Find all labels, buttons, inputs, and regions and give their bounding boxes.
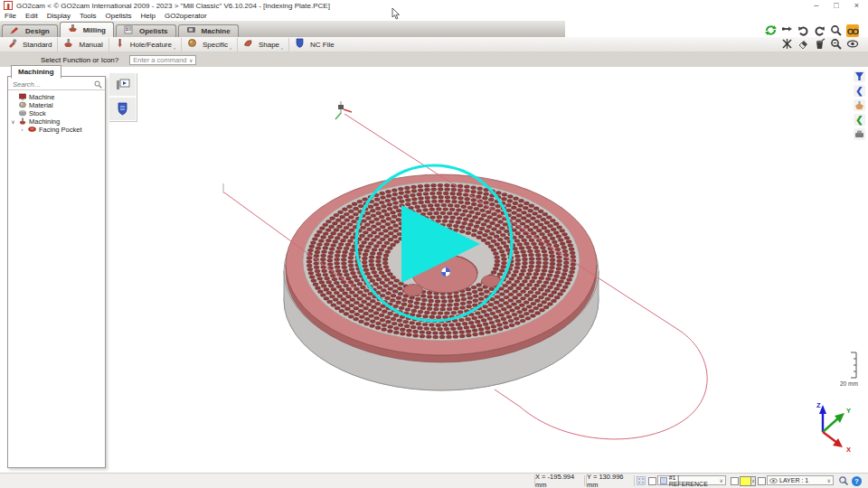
filter-funnel-icon[interactable] bbox=[854, 70, 865, 82]
manual-icon bbox=[63, 38, 76, 51]
expand-arrow-icon[interactable]: ∨ bbox=[10, 118, 16, 125]
zoom-icon[interactable] bbox=[830, 24, 843, 37]
layer-value: LAYER : 1 bbox=[779, 477, 808, 483]
specific-button[interactable]: Specific , bbox=[182, 38, 238, 52]
opelists-tab-icon bbox=[124, 25, 137, 38]
minimize-button[interactable]: – bbox=[814, 1, 818, 10]
standard-button[interactable]: Standard bbox=[2, 38, 58, 52]
tree-item-machining[interactable]: ∨ Machining bbox=[8, 117, 105, 125]
layer-eye-icon bbox=[769, 477, 778, 484]
window-title: GO2cam < © GO2cam International 2009 - 2… bbox=[16, 2, 330, 10]
hole-feature-button[interactable]: Hole/Feature , bbox=[109, 38, 182, 52]
zoom-element-icon[interactable] bbox=[830, 38, 843, 51]
go2views-glasses-icon[interactable] bbox=[846, 24, 859, 37]
tab-machine-label: Machine bbox=[202, 27, 231, 35]
standard-label: Standard bbox=[23, 41, 52, 49]
tree-item-facing-pocket-label: Facing Pocket bbox=[39, 126, 82, 134]
tree-item-material[interactable]: Material bbox=[8, 101, 105, 108]
tab-opelists[interactable]: Opelists bbox=[116, 24, 176, 37]
tree-item-machining-label: Machining bbox=[29, 117, 60, 126]
y-coordinate-value: Y = 130.996 mm bbox=[587, 473, 634, 488]
process-list-button[interactable] bbox=[108, 72, 137, 97]
machine-sim-icon[interactable] bbox=[854, 128, 865, 140]
tree-item-machine-label: Machine bbox=[29, 93, 54, 101]
search-input[interactable] bbox=[11, 80, 94, 89]
hole-feature-dropdown[interactable]: , bbox=[174, 43, 175, 50]
machine-tools-icon[interactable] bbox=[781, 38, 794, 51]
manual-label: Manual bbox=[79, 41, 102, 49]
edit-icon-row bbox=[781, 38, 868, 51]
zoom-layer-button[interactable] bbox=[838, 475, 849, 486]
viewport-area: 20 mm Z Y X bbox=[0, 67, 868, 473]
tree-item-facing-pocket[interactable]: › Facing Pocket bbox=[8, 126, 105, 133]
tab-milling[interactable]: Milling bbox=[60, 22, 114, 37]
menu-tools[interactable]: Tools bbox=[80, 12, 97, 20]
tree-item-stock[interactable]: Stock bbox=[8, 109, 105, 117]
reference-checkbox[interactable] bbox=[648, 475, 656, 486]
menu-edit[interactable]: Edit bbox=[25, 12, 38, 20]
fixture-hole-left bbox=[404, 285, 423, 296]
help-question-icon: ? bbox=[852, 476, 862, 486]
grid-icon bbox=[637, 476, 646, 485]
zoom-layer-icon bbox=[838, 475, 849, 486]
nc-shield-button[interactable] bbox=[108, 97, 137, 121]
hole-feature-label: Hole/Feature bbox=[130, 41, 172, 49]
mouse-cursor bbox=[392, 8, 401, 20]
specific-dropdown[interactable]: , bbox=[230, 43, 231, 50]
y-coordinate: Y = 130.996 mm bbox=[586, 475, 635, 486]
machining-panel-tab[interactable]: Machining bbox=[11, 65, 61, 79]
glasses-glyph-icon bbox=[847, 25, 859, 37]
shape-label: Shape bbox=[259, 41, 279, 49]
eraser-icon[interactable] bbox=[797, 38, 810, 51]
command-dropdown[interactable]: Enter a command ∨ bbox=[129, 55, 196, 65]
pointer-hand-icon[interactable] bbox=[781, 24, 794, 37]
tab-opelists-label: Opelists bbox=[139, 27, 168, 35]
bucket-icon[interactable] bbox=[814, 38, 826, 51]
visibility-eye-icon[interactable] bbox=[846, 38, 859, 51]
layer-checkbox[interactable] bbox=[758, 475, 766, 486]
nc-file-button[interactable]: NC File bbox=[289, 38, 340, 52]
machine-node-icon bbox=[19, 93, 26, 100]
process-list-icon bbox=[116, 79, 130, 91]
close-button[interactable]: × bbox=[854, 1, 859, 10]
color-picker[interactable]: ∨ bbox=[740, 475, 756, 486]
chevron-down-icon: ∨ bbox=[827, 477, 831, 483]
maximize-button[interactable]: □ bbox=[834, 1, 838, 10]
menu-file[interactable]: File bbox=[5, 12, 16, 20]
help-button[interactable]: ? bbox=[852, 475, 862, 486]
nc-file-icon bbox=[295, 38, 307, 51]
menu-bar: File Edit Display Tools Opelists Help GO… bbox=[0, 11, 868, 21]
tree-item-stock-label: Stock bbox=[29, 109, 46, 117]
grid-toggle[interactable] bbox=[637, 475, 646, 486]
axis-triad: Z Y X bbox=[816, 401, 851, 454]
menu-help[interactable]: Help bbox=[141, 12, 156, 20]
viewport-3d[interactable]: 20 mm Z Y X bbox=[0, 67, 868, 473]
tab-machine[interactable]: Machine bbox=[178, 24, 239, 37]
hole-feature-icon bbox=[115, 38, 127, 51]
manual-button[interactable]: Manual bbox=[58, 38, 108, 52]
standard-icon bbox=[7, 38, 20, 51]
hand-tool-icon[interactable] bbox=[854, 99, 865, 111]
regenerate-icon[interactable] bbox=[765, 24, 778, 37]
tab-design[interactable]: Design bbox=[2, 24, 58, 37]
tab-milling-label: Milling bbox=[83, 26, 106, 34]
menu-display[interactable]: Display bbox=[47, 12, 71, 20]
shape-dropdown[interactable]: , bbox=[281, 43, 283, 50]
tab-design-label: Design bbox=[25, 27, 50, 35]
command-dropdown-value: Enter a command bbox=[133, 56, 186, 64]
layer-dropdown[interactable]: LAYER : 1 ∨ bbox=[767, 475, 834, 485]
menu-opelists[interactable]: Opelists bbox=[106, 12, 132, 20]
color-checkbox[interactable] bbox=[731, 475, 739, 486]
collapse-arrow-icon[interactable]: › bbox=[19, 127, 25, 132]
swatch-chevron-icon[interactable]: ∨ bbox=[751, 476, 756, 486]
shape-button[interactable]: Shape , bbox=[238, 38, 289, 52]
collapse-left-blue-icon[interactable]: ❮ bbox=[854, 85, 865, 97]
redo-icon[interactable] bbox=[814, 24, 826, 37]
reference-dropdown[interactable]: #1 | REFERENCE ∨ bbox=[657, 475, 726, 485]
undo-icon[interactable] bbox=[797, 24, 810, 37]
menu-go2operator[interactable]: GO2operator bbox=[165, 12, 207, 20]
tree-item-machine[interactable]: Machine bbox=[8, 93, 105, 100]
reference-value: #1 | REFERENCE bbox=[669, 474, 718, 487]
status-bar: X = -195.994 mm Y = 130.996 mm #1 | REFE… bbox=[0, 473, 868, 488]
collapse-left-green-icon[interactable]: ❮ bbox=[854, 114, 865, 126]
